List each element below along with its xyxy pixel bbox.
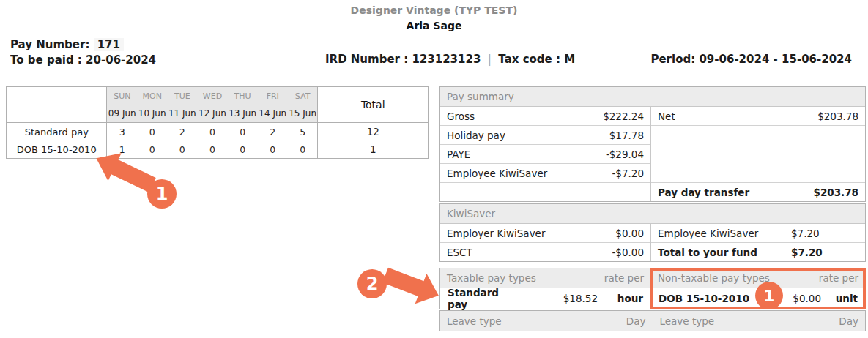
taxable-pay-row: Standard pay $18.52 hour: [440, 288, 650, 309]
day-name-cell: TUE: [167, 87, 197, 105]
employee-name: Aria Sage: [0, 20, 868, 31]
date-cell: 09 Jun: [107, 105, 137, 123]
rate-per-label: rate per: [819, 268, 858, 288]
row-label: Gross: [447, 110, 475, 122]
row-label: Standard pay: [7, 123, 107, 141]
pay-type-rate: $18.52: [521, 293, 598, 304]
period-value: 09-06-2024 - 15-06-2024: [699, 53, 852, 66]
row-label: PAYE: [447, 149, 470, 160]
summary-row-pay-day-transfer: Pay day transfer $203.78: [651, 182, 865, 201]
rate-per-label: rate per: [604, 268, 644, 288]
section-title: KiwiSaver: [440, 204, 865, 224]
tax-code-label: Tax code :: [498, 53, 560, 66]
day-value: 0: [197, 123, 227, 141]
row-value: $7.20: [791, 247, 858, 258]
taxable-pay-types-header: Taxable pay types rate per: [440, 268, 650, 288]
pay-number-value: 171: [94, 38, 124, 51]
pay-summary-section: Pay summary Gross $222.24 Holiday pay $1…: [439, 86, 866, 202]
kiwisaver-row-total-fund: Total to your fund $7.20: [651, 243, 865, 261]
row-value: -$0.00: [612, 247, 644, 258]
row-value: $0.00: [615, 228, 644, 239]
day-names-row: SUN MON TUE WED THU FRI SAT Total: [7, 87, 429, 105]
header-label: Non-taxable pay types: [658, 268, 770, 288]
pay-type-name: Standard pay: [448, 287, 521, 310]
row-value: $222.24: [603, 110, 644, 122]
day-name-cell: SAT: [288, 87, 318, 105]
period-line: Period: 09-06-2024 - 15-06-2024: [650, 53, 852, 66]
date-cell: 13 Jun: [228, 105, 258, 123]
leave-section: Leave type Day Leave type Day: [439, 310, 866, 331]
date-cell: 12 Jun: [197, 105, 227, 123]
payslip-page: Designer Vintage (TYP TEST) Aria Sage Pa…: [0, 0, 868, 338]
row-label: Employee KiwiSaver: [447, 168, 547, 179]
row-total: 12: [318, 123, 429, 141]
summary-row-gross: Gross $222.24: [440, 107, 650, 126]
row-label: Net: [658, 110, 675, 122]
unit-label: Day: [839, 315, 858, 327]
row-value: $17.78: [609, 129, 644, 141]
callout-badge-1: 1: [755, 282, 783, 309]
table-row-dob: DOB 15-10-2010 1 0 0 0 0 0 0 1: [7, 140, 429, 159]
annotation-arrow-2: 2: [350, 260, 447, 313]
day-name-cell: FRI: [258, 87, 288, 105]
kiwisaver-row-employee: Employee KiwiSaver $7.20: [651, 224, 865, 243]
ird-tax-line: IRD Number : 123123123 | Tax code : M: [325, 53, 575, 66]
summary-row-empty: [440, 183, 650, 201]
badge-number: 1: [156, 184, 168, 204]
day-value: 5: [288, 123, 318, 141]
section-title: Pay summary: [440, 87, 865, 107]
row-value: $203.78: [814, 187, 859, 198]
row-label: ESCT: [447, 247, 472, 258]
row-label: Total to your fund: [658, 247, 791, 258]
date-cell: 15 Jun: [288, 105, 318, 123]
unit-label: Day: [626, 315, 646, 327]
arrow-icon: [379, 260, 445, 310]
header-label: Leave type: [660, 315, 715, 327]
day-value: 2: [167, 123, 197, 141]
annotation-arrow-1: 1: [77, 143, 183, 212]
kiwisaver-row-esct: ESCT -$0.00: [440, 243, 650, 261]
row-label: Employee KiwiSaver: [658, 228, 791, 239]
date-cell: 10 Jun: [137, 105, 167, 123]
row-total: 1: [318, 140, 429, 159]
pay-number-line: Pay Number: 171: [10, 38, 124, 51]
day-name-cell: SUN: [107, 87, 137, 105]
row-value: -$29.04: [606, 149, 644, 160]
day-value: 0: [197, 140, 227, 159]
pay-type-per: hour: [598, 293, 643, 304]
row-label: Holiday pay: [447, 129, 505, 141]
row-label: Employer KiwiSaver: [447, 228, 545, 239]
non-taxable-pay-types-header: Non-taxable pay types rate per: [651, 268, 865, 288]
day-value: 0: [228, 123, 258, 141]
day-name-cell: MON: [137, 87, 167, 105]
leave-type-header-right: Leave type Day: [653, 311, 866, 331]
day-value: 3: [107, 123, 137, 141]
day-value: 0: [288, 140, 318, 159]
days-grid-table: SUN MON TUE WED THU FRI SAT Total 09 Jun…: [6, 86, 429, 159]
to-be-paid-value: 20-06-2024: [86, 53, 156, 67]
to-be-paid-label: To be paid :: [10, 53, 82, 67]
row-value: $7.20: [791, 228, 858, 239]
summary-row-employee-kiwisaver: Employee KiwiSaver -$7.20: [440, 164, 650, 183]
leave-type-header-left: Leave type Day: [440, 311, 653, 331]
row-value: $203.78: [817, 110, 858, 122]
summary-row-holiday-pay: Holiday pay $17.78: [440, 126, 650, 145]
company-name: Designer Vintage (TYP TEST): [0, 4, 868, 16]
pay-number-label: Pay Number:: [10, 38, 89, 51]
pay-type-name: DOB 15-10-2010: [659, 293, 757, 304]
day-value: 0: [228, 140, 258, 159]
tax-code-value: M: [564, 53, 575, 66]
summary-row-net: Net $203.78: [651, 107, 865, 126]
separator: |: [485, 53, 494, 66]
summary-row-paye: PAYE -$29.04: [440, 145, 650, 164]
corner-cell: [7, 87, 107, 105]
to-be-paid-line: To be paid : 20-06-2024: [10, 53, 156, 67]
header-label: Taxable pay types: [447, 268, 536, 288]
pay-types-section: Taxable pay types rate per Standard pay …: [439, 268, 866, 309]
day-value: 0: [137, 123, 167, 141]
corner-cell: [7, 105, 107, 123]
day-value: 0: [258, 140, 288, 159]
summary-spacer: [651, 126, 865, 182]
badge-number: 2: [366, 274, 379, 294]
day-name-cell: WED: [197, 87, 227, 105]
